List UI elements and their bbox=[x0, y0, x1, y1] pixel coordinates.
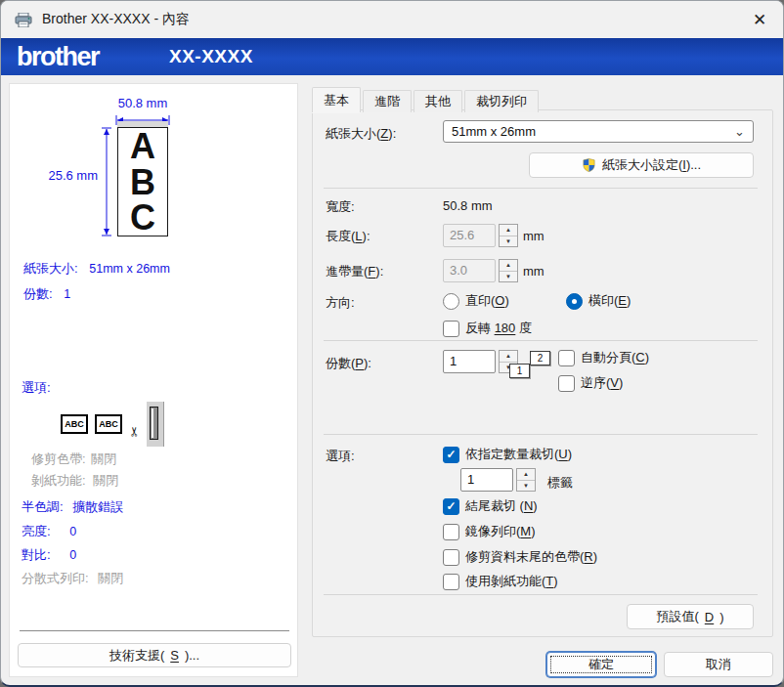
checkbox-mirror-print[interactable]: 鏡像列印(M) bbox=[443, 523, 536, 540]
checkbox-icon[interactable] bbox=[558, 350, 575, 366]
label-chip-icon: ABC bbox=[95, 414, 122, 434]
preview-options-heading: 選項: bbox=[22, 379, 51, 397]
copies-label: 份數(P): bbox=[326, 355, 371, 372]
checkbox-icon[interactable] bbox=[443, 321, 459, 337]
spin-down-icon: ▼ bbox=[500, 272, 517, 282]
cut-every-unit: 標籤 bbox=[547, 474, 573, 492]
length-stepper: 25.6 ▲ ▼ bbox=[443, 224, 518, 247]
checkbox-icon[interactable] bbox=[443, 574, 459, 590]
radio-icon[interactable] bbox=[566, 293, 583, 310]
ok-button[interactable]: 確定 bbox=[546, 652, 656, 677]
paper-size-setup-button[interactable]: 紙張大小設定(I)... bbox=[529, 152, 754, 178]
spin-down-icon[interactable]: ▼ bbox=[517, 481, 535, 492]
window-title: Brother XX-XXXX - 內容 bbox=[42, 11, 190, 28]
sample-letter: C bbox=[130, 200, 155, 235]
height-arrow-icon bbox=[102, 127, 111, 240]
paper-size-label: 紙張大小(Z): bbox=[326, 125, 396, 143]
contrast-status: 對比: 0 bbox=[22, 546, 76, 564]
checkbox-trim-tape[interactable]: 修剪資料末尾的色帶(R) bbox=[443, 548, 597, 566]
printer-properties-dialog: Brother XX-XXXX - 內容 ✕ brother XX-XXXX 5… bbox=[0, 0, 784, 687]
length-unit: mm bbox=[523, 229, 544, 243]
section-separator bbox=[324, 188, 758, 189]
feed-stepper: 3.0 ▲ ▼ bbox=[443, 259, 518, 282]
spin-up-icon: ▲ bbox=[500, 225, 517, 236]
preview-panel: 50.8 mm 25.6 mm A B C bbox=[9, 83, 298, 677]
preview-height-dimension: 25.6 mm bbox=[27, 168, 98, 183]
tech-support-button[interactable]: 技術支援(S)... bbox=[18, 643, 291, 667]
checkbox-use-peeler[interactable]: 使用剝紙功能(T) bbox=[443, 573, 558, 590]
checkbox-reverse-order[interactable]: 逆序(V) bbox=[558, 374, 623, 392]
tab-other[interactable]: 其他 bbox=[414, 90, 462, 112]
spin-down-icon: ▼ bbox=[500, 236, 517, 247]
checkbox-icon[interactable] bbox=[443, 524, 459, 540]
cancel-button[interactable]: 取消 bbox=[664, 652, 773, 677]
checkbox-collate[interactable]: 自動分頁(C) bbox=[558, 349, 649, 366]
tape-roll-icon bbox=[147, 402, 164, 447]
section-separator bbox=[324, 434, 758, 435]
label-preview: A B C bbox=[117, 127, 168, 236]
feed-unit: mm bbox=[523, 264, 544, 279]
radio-icon[interactable] bbox=[443, 293, 459, 310]
label-chip-icon: ABC bbox=[61, 414, 88, 434]
peeler-status: 剝紙功能: 關閉 bbox=[31, 472, 118, 490]
title-bar: Brother XX-XXXX - 內容 ✕ bbox=[1, 1, 783, 38]
defaults-button[interactable]: 預設值(D) bbox=[627, 604, 754, 629]
sample-letter: B bbox=[130, 165, 155, 199]
halftone-status: 半色調: 擴散錯誤 bbox=[22, 498, 123, 516]
spin-up-icon: ▲ bbox=[500, 260, 517, 272]
chevron-down-icon: ⌄ bbox=[734, 127, 745, 137]
section-separator bbox=[324, 594, 758, 595]
copies-stepper[interactable]: 1 ▲ ▼ bbox=[443, 350, 518, 373]
brother-logo: brother bbox=[17, 42, 99, 72]
radio-portrait[interactable]: 直印(O) bbox=[443, 292, 509, 310]
section-separator bbox=[324, 340, 758, 341]
checkbox-icon[interactable] bbox=[443, 549, 459, 566]
checkbox-icon[interactable] bbox=[558, 375, 575, 392]
checkbox-rotate-180[interactable]: 反轉 180 度 bbox=[443, 320, 532, 337]
radio-landscape[interactable]: 橫印(E) bbox=[566, 292, 631, 310]
tab-basic[interactable]: 基本 bbox=[312, 87, 361, 112]
cut-option-icon: ABC ABC ✂ bbox=[61, 401, 164, 448]
collate-pages-icon: 2 1 bbox=[509, 351, 550, 378]
spin-up-icon[interactable]: ▲ bbox=[517, 469, 535, 481]
sample-letter: A bbox=[130, 129, 155, 163]
checkbox-icon[interactable] bbox=[443, 498, 459, 515]
checkbox-cut-at-end[interactable]: 結尾裁切 (N) bbox=[443, 497, 538, 515]
uac-shield-icon bbox=[582, 157, 596, 173]
printer-model: XX-XXXX bbox=[169, 46, 253, 67]
tab-crop-print[interactable]: 裁切列印 bbox=[464, 90, 539, 112]
tab-strip: 基本 進階 其他 裁切列印 bbox=[312, 87, 541, 112]
options-label: 選項: bbox=[326, 448, 355, 465]
cut-every-stepper[interactable]: 1 ▲ ▼ bbox=[460, 468, 536, 492]
scissors-icon: ✂ bbox=[127, 426, 142, 437]
length-label: 長度(L): bbox=[326, 228, 370, 245]
brightness-status: 亮度: 0 bbox=[22, 523, 76, 540]
close-button[interactable]: ✕ bbox=[736, 1, 783, 38]
trim-tape-status: 修剪色帶: 關閉 bbox=[31, 451, 116, 468]
preview-copies: 份數: 1 bbox=[23, 285, 70, 303]
feed-label: 進帶量(F): bbox=[326, 263, 383, 280]
distributed-print-status: 分散式列印: 關閉 bbox=[22, 570, 123, 587]
preview-paper-size: 紙張大小: 51mm x 26mm bbox=[23, 260, 170, 278]
width-label: 寬度: bbox=[326, 198, 355, 216]
orientation-label: 方向: bbox=[326, 294, 355, 312]
paper-size-select[interactable]: 51mm x 26mm ⌄ bbox=[443, 120, 754, 143]
brand-banner: brother XX-XXXX bbox=[1, 38, 783, 75]
checkbox-icon[interactable] bbox=[443, 447, 459, 463]
printer-icon bbox=[15, 13, 32, 27]
checkbox-cut-every[interactable]: 依指定數量裁切(U) bbox=[443, 446, 572, 463]
width-value: 50.8 mm bbox=[443, 198, 493, 213]
preview-width-dimension: 50.8 mm bbox=[108, 96, 178, 110]
panel-separator bbox=[20, 630, 289, 631]
tab-advanced[interactable]: 進階 bbox=[363, 90, 412, 112]
